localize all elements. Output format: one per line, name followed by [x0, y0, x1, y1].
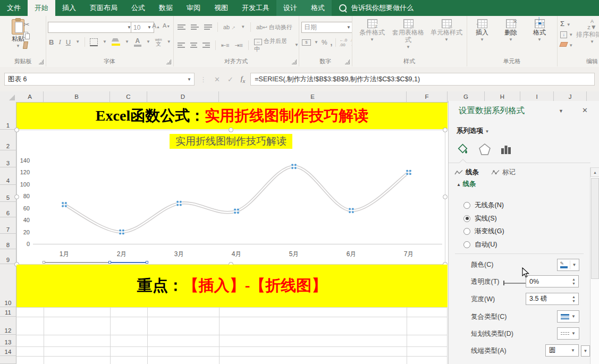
dash-type-dropdown[interactable]: ▼	[557, 327, 579, 340]
number-format-combo[interactable]: 日期▼	[301, 22, 352, 33]
sort-filter-button[interactable]: AZ▼ 排序和筛选▼	[576, 19, 599, 44]
radio-自动(U)[interactable]: 自动(U)	[463, 240, 497, 249]
row-header-8[interactable]: 8	[0, 234, 16, 249]
radio-实线(S)[interactable]: 实线(S)	[463, 214, 497, 223]
name-box[interactable]: 图表 6 ▼	[4, 73, 195, 86]
column-header-C[interactable]: C	[110, 91, 147, 103]
row-header-14[interactable]: 14	[0, 346, 16, 356]
transparency-input[interactable]: 0% ▲▼	[526, 275, 579, 287]
tell-me-search[interactable]: 告诉我你想要做什么	[332, 0, 421, 16]
format-painter-button[interactable]	[23, 41, 28, 49]
align-right-icon[interactable]	[203, 41, 210, 49]
ribbon-tab-公式[interactable]: 公式	[124, 0, 152, 16]
fill-color-button[interactable]	[112, 38, 120, 46]
font-name-combo[interactable]: ▼	[48, 22, 134, 33]
effects-tab-icon[interactable]	[477, 142, 492, 156]
ribbon-tab-数据[interactable]: 数据	[152, 0, 180, 16]
width-input[interactable]: 3.5 磅 ▲▼	[526, 293, 579, 305]
accounting-format-button[interactable]: $	[302, 39, 311, 46]
font-color-button[interactable]: A	[134, 37, 141, 47]
percent-style-button[interactable]: %	[322, 39, 327, 46]
column-header-A[interactable]: A	[16, 91, 44, 103]
ribbon-tab-审阅[interactable]: 审阅	[180, 0, 207, 16]
row-header-6[interactable]: 6	[0, 202, 16, 217]
insert-cells-button[interactable]: ← 插入▼	[469, 19, 495, 42]
row-header-partial[interactable]	[0, 356, 16, 364]
ribbon-tab-文件[interactable]: 文件	[0, 0, 28, 16]
ribbon-tab-页面布局[interactable]: 页面布局	[83, 0, 124, 16]
row-header-5[interactable]: 5	[0, 185, 16, 202]
increase-indent-button[interactable]: ⇥≡	[234, 42, 243, 49]
paste-button[interactable]: 粘贴 ▼	[1, 19, 35, 48]
chart-handle-right[interactable]	[443, 194, 448, 199]
font-dialog-launcher[interactable]	[166, 60, 171, 64]
decrease-font-size-button[interactable]: A▼	[163, 22, 170, 29]
chart-title[interactable]: 实用折线图制作技巧解读	[17, 134, 445, 149]
cancel-button[interactable]: ✕	[214, 75, 220, 83]
fill-line-tab-icon[interactable]	[456, 142, 471, 156]
clipboard-dialog-launcher[interactable]	[39, 60, 44, 64]
row-header-4[interactable]: 4	[0, 167, 16, 185]
align-left-icon[interactable]	[178, 41, 185, 49]
spinner-arrows[interactable]: ▲▼	[570, 294, 577, 304]
range-handle[interactable]	[146, 261, 148, 264]
clear-button[interactable]: ▼	[560, 41, 573, 48]
row-header-10[interactable]: 10	[0, 264, 16, 307]
row-header-3[interactable]: 3	[0, 150, 16, 167]
conditional-formatting-button[interactable]: ≠ 条件格式▼	[355, 19, 389, 42]
scroll-up-arrow[interactable]: ▲	[590, 167, 599, 177]
row-header-11[interactable]: 11	[0, 307, 16, 317]
column-header-D[interactable]: D	[147, 91, 219, 103]
cut-button[interactable]: ✂	[23, 20, 30, 29]
pane-close-icon[interactable]: ✕	[582, 106, 588, 114]
format-as-table-button[interactable]: 套用表格格式▼	[391, 19, 425, 49]
ribbon-tab-插入[interactable]: 插入	[55, 0, 83, 16]
bold-button[interactable]: B	[49, 38, 54, 46]
align-center-icon[interactable]	[190, 41, 198, 49]
decrease-indent-button[interactable]: ⇤≡	[221, 42, 230, 49]
category-range-indicator[interactable]	[44, 262, 110, 263]
enter-button[interactable]: ✓	[227, 75, 233, 83]
ribbon-tab-开始[interactable]: 开始	[28, 0, 55, 16]
row-header-1[interactable]: 1	[0, 102, 16, 130]
scrollbar-thumb[interactable]	[591, 178, 599, 279]
banner-title-cell[interactable]: Excel函数公式：实用折线图制作技巧解读	[16, 103, 448, 129]
pane-scroll-down-button[interactable]: ▼	[581, 345, 590, 357]
value-range-indicator[interactable]	[110, 262, 147, 263]
orientation-button[interactable]: ab→	[223, 24, 235, 30]
format-cells-button[interactable]: |←→| 格式▼	[526, 19, 553, 42]
align-top-icon[interactable]	[178, 23, 185, 31]
row-header-2[interactable]: 2	[0, 130, 16, 150]
phonetic-guide-button[interactable]: wén 文	[155, 38, 162, 47]
ribbon-tab-设计[interactable]: 设计	[276, 0, 304, 16]
column-header-B[interactable]: B	[44, 91, 110, 103]
chart-handle-top-left[interactable]	[14, 128, 19, 132]
pane-menu-chevron-icon[interactable]: ▼	[559, 108, 563, 114]
font-size-combo[interactable]: 10▼	[131, 22, 154, 33]
range-handle[interactable]	[43, 261, 45, 264]
series-options-dropdown[interactable]: 系列选项 ▼	[457, 126, 489, 136]
row-header-7[interactable]: 7	[0, 217, 16, 234]
align-bottom-icon[interactable]	[204, 23, 212, 31]
line-chart[interactable]: 0204060801001201401月2月3月4月5月6月7月 实用折线图制作…	[16, 130, 445, 265]
line-color-button[interactable]: ✎ ▼	[557, 259, 579, 271]
radio-无线条(N)[interactable]: 无线条(N)	[463, 201, 504, 210]
tab-line[interactable]: 线条	[454, 167, 479, 177]
comma-style-button[interactable]: ,	[331, 38, 333, 47]
ribbon-tab-格式[interactable]: 格式	[304, 0, 332, 16]
series-options-tab-icon[interactable]	[499, 142, 513, 156]
alignment-dialog-launcher[interactable]	[292, 60, 297, 64]
insert-function-button[interactable]: fx	[241, 74, 245, 84]
number-dialog-launcher[interactable]	[345, 60, 350, 64]
column-header-F[interactable]: F	[407, 91, 448, 103]
ribbon-tab-视图[interactable]: 视图	[207, 0, 235, 16]
select-all-corner[interactable]	[0, 91, 17, 103]
wrap-text-button[interactable]: ab↩ 自动换行	[256, 23, 292, 31]
transparency-slider[interactable]	[504, 283, 526, 284]
pane-scrollbar[interactable]: ▲	[590, 167, 599, 364]
cell-styles-button[interactable]: 单元格样式▼	[429, 19, 463, 42]
tab-marker[interactable]: 标记	[491, 167, 516, 177]
section-line[interactable]: ▲ 线条	[457, 180, 476, 189]
range-handle[interactable]	[108, 261, 111, 264]
increase-decimal-button[interactable]: ←.0.00	[339, 38, 347, 47]
